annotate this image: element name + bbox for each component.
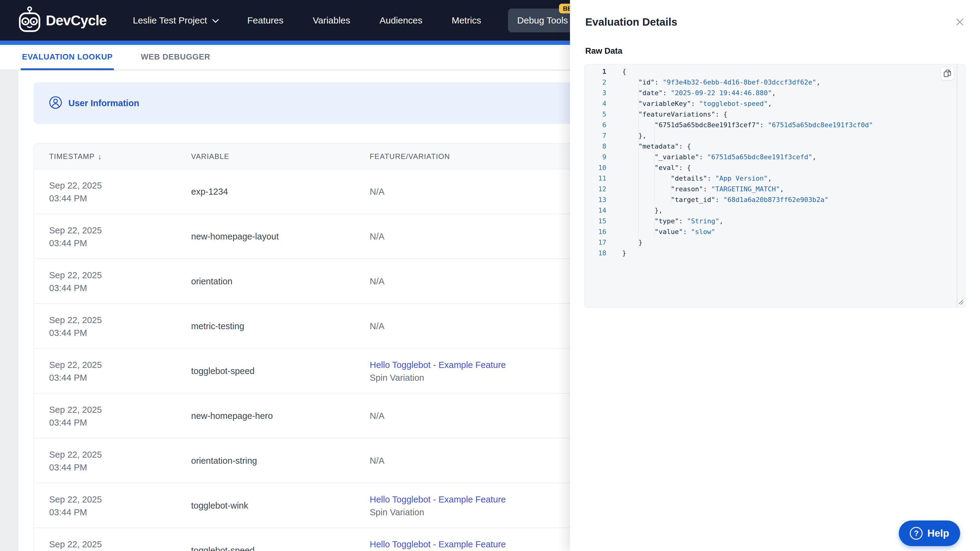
code-line: 9 "_variable": "6751d5a65bdc8ee191f3cefd… [585,152,956,162]
line-number: 8 [585,141,606,152]
project-name: Leslie Test Project [133,15,207,25]
user-icon [49,96,62,110]
table-header: TIMESTAMP ↓ VARIABLE FEATURE/VARIATION [34,144,607,169]
nav-item-variables[interactable]: Variables [313,15,350,25]
user-information-banner[interactable]: User Information [33,83,608,124]
nav-item-audiences[interactable]: Audiences [379,15,422,25]
feature-variation-cell: Hello Togglebot - Example FeatureSpin Va… [370,349,506,394]
logo-text: DevCycle [46,12,107,29]
feature-variation-cell: N/A [370,169,384,214]
table-row[interactable]: Sep 22, 202503:44 PMexp-1234N/A [34,169,607,214]
line-number: 2 [585,77,606,87]
timestamp-cell: Sep 22, 202503:44 PM [49,214,102,259]
table-row[interactable]: Sep 22, 202503:44 PMtogglebot-speedHello… [34,528,607,551]
code-line: 16 "value": "slow" [585,226,956,237]
code-line: 17 } [585,237,956,248]
variable-cell: togglebot-wink [191,483,248,528]
na-value: N/A [370,321,384,331]
tab-web-debugger[interactable]: WEB DEBUGGER [140,52,212,70]
nav-item-debug-tools[interactable]: Debug Tools BETA [508,8,577,32]
feature-variation-cell: N/A [370,214,384,259]
column-header-timestamp[interactable]: TIMESTAMP ↓ [49,144,102,169]
table-row[interactable]: Sep 22, 202503:44 PMmetric-testingN/A [34,304,607,349]
column-label: VARIABLE [191,152,229,161]
scrollbar-track-divider [957,64,957,307]
code-line: 13 "target_id": "68d1a6a20b873ff62e903b2… [585,194,956,205]
code-line: 15 "type": "String", [585,216,956,226]
chevron-down-icon [212,15,219,25]
code-line: 7 }, [585,130,956,141]
question-mark-icon: ? [910,527,923,540]
feature-variation-cell: N/A [370,259,384,304]
timestamp-cell: Sep 22, 202503:44 PM [49,169,102,214]
variable-cell: orientation [191,259,232,304]
line-number: 18 [585,248,606,259]
na-value: N/A [370,232,384,241]
line-number: 12 [585,184,606,194]
column-header-variable: VARIABLE [191,144,229,169]
line-number: 16 [585,226,606,237]
line-number: 9 [585,152,606,162]
feature-variation-cell: Hello Togglebot - Example FeatureSpin Va… [370,528,506,551]
debug-tools-label: Debug Tools [517,15,568,25]
feature-link[interactable]: Hello Togglebot - Example Feature [370,493,506,506]
sort-descending-icon: ↓ [98,152,102,161]
raw-data-label: Raw Data [585,46,622,56]
na-value: N/A [370,187,384,197]
evaluation-table: TIMESTAMP ↓ VARIABLE FEATURE/VARIATION S… [33,143,608,551]
project-selector[interactable]: Leslie Test Project [133,15,219,25]
code-line: 2 "id": "9f3e4b32-6ebb-4d16-8bef-03dccf3… [585,77,956,87]
timestamp-cell: Sep 22, 202503:44 PM [49,528,102,551]
nav-item-metrics[interactable]: Metrics [452,15,481,25]
variation-label: Spin Variation [370,371,506,384]
timestamp-cell: Sep 22, 202503:44 PM [49,394,102,438]
table-row[interactable]: Sep 22, 202503:44 PMnew-homepage-heroN/A [34,394,607,438]
code-line: 8 "metadata": { [585,141,956,152]
banner-label: User Information [68,98,139,108]
tab-evaluation-lookup[interactable]: EVALUATION LOOKUP [21,52,114,70]
devcycle-logo[interactable]: DevCycle [18,6,107,35]
timestamp-cell: Sep 22, 202503:44 PM [49,349,102,394]
line-number: 17 [585,237,606,248]
code-lines: 1{2 "id": "9f3e4b32-6ebb-4d16-8bef-03dcc… [585,66,956,259]
copy-button[interactable] [940,67,954,80]
line-number: 11 [585,173,606,184]
timestamp-cell: Sep 22, 202503:44 PM [49,259,102,304]
feature-variation-cell: N/A [370,304,384,349]
line-number: 10 [585,162,606,173]
line-number: 3 [585,87,606,98]
feature-link[interactable]: Hello Togglebot - Example Feature [370,359,506,371]
tab-label: WEB DEBUGGER [141,52,210,61]
line-number: 14 [585,205,606,216]
table-row[interactable]: Sep 22, 202503:44 PMtogglebot-speedHello… [34,349,607,394]
nav-item-features[interactable]: Features [247,15,283,25]
variable-cell: orientation-string [191,438,257,483]
code-line: 5 "featureVariations": { [585,109,956,120]
feature-variation-cell: N/A [370,438,384,483]
timestamp-cell: Sep 22, 202503:44 PM [49,483,102,528]
help-button[interactable]: ? Help [899,521,960,546]
code-line: 11 "details": "App Version", [585,173,956,184]
nav-items: FeaturesVariablesAudiencesMetrics [247,15,481,25]
close-icon[interactable] [954,16,966,28]
table-row[interactable]: Sep 22, 202503:44 PMorientationN/A [34,259,607,304]
line-number: 4 [585,98,606,109]
code-line: 6 "6751d5a65bdc8ee191f3cef7": "6751d5a65… [585,120,956,130]
line-number: 6 [585,120,606,130]
column-label: TIMESTAMP [49,152,95,161]
active-tab-underline [21,68,114,70]
variable-cell: exp-1234 [191,169,228,214]
tab-label: EVALUATION LOOKUP [22,52,113,61]
resize-handle-icon[interactable] [958,299,964,306]
table-row[interactable]: Sep 22, 202503:44 PMorientation-stringN/… [34,438,607,483]
code-line: 3 "date": "2025-09-22 19:44:46.880", [585,87,956,98]
raw-data-code-editor[interactable]: 1{2 "id": "9f3e4b32-6ebb-4d16-8bef-03dcc… [585,64,965,308]
table-row[interactable]: Sep 22, 202503:44 PMtogglebot-winkHello … [34,483,607,528]
help-label: Help [927,527,949,539]
code-line: 1{ [585,66,956,77]
variable-cell: togglebot-speed [191,528,255,551]
feature-link[interactable]: Hello Togglebot - Example Feature [370,538,506,551]
variable-cell: new-homepage-hero [191,394,273,438]
table-row[interactable]: Sep 22, 202503:44 PMnew-homepage-layoutN… [34,214,607,259]
variable-cell: metric-testing [191,304,244,349]
